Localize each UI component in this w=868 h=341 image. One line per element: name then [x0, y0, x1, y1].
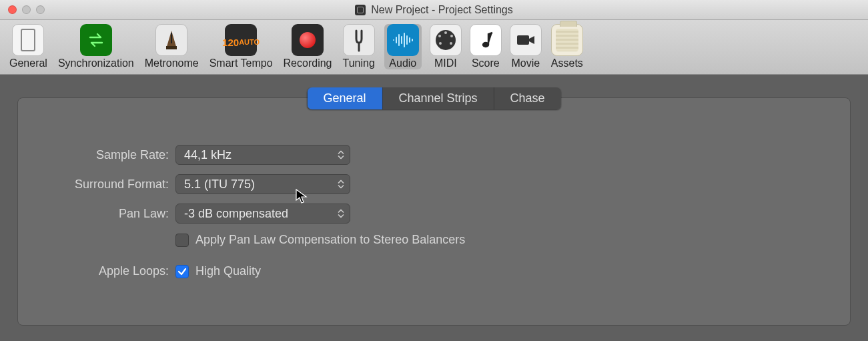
sample-rate-value: 44,1 kHz — [184, 148, 232, 162]
tab-chase[interactable]: Chase — [494, 87, 561, 109]
briefcase-icon — [551, 24, 583, 56]
segmented-tabs: General Channel Strips Chase — [307, 87, 560, 109]
apple-loops-label: Apple Loops: — [42, 264, 175, 278]
tempo-number: 120 — [222, 37, 239, 47]
toolbar-label: General — [8, 57, 49, 69]
toolbar-item-movie[interactable]: Movie — [510, 24, 542, 69]
minimize-window-button[interactable] — [22, 5, 31, 14]
switch-icon — [12, 24, 44, 56]
tempo-auto: AUTO — [239, 39, 260, 46]
toolbar: General Synchronization Metronome 120 AU… — [0, 20, 868, 75]
toolbar-item-recording[interactable]: Recording — [282, 24, 334, 69]
midi-port-icon — [430, 24, 462, 56]
toolbar-label: MIDI — [433, 57, 458, 69]
pan-law-compensation-label: Apply Pan Law Compensation to Stereo Bal… — [195, 233, 465, 247]
pan-law-label: Pan Law: — [42, 207, 175, 221]
window-title-text: New Project - Project Settings — [371, 4, 513, 16]
sample-rate-select[interactable]: 44,1 kHz — [175, 145, 350, 165]
surround-format-value: 5.1 (ITU 775) — [184, 178, 255, 192]
chevron-up-down-icon — [338, 180, 344, 189]
row-pan-law-compensation: Apply Pan Law Compensation to Stereo Bal… — [42, 233, 826, 247]
svg-rect-15 — [517, 35, 529, 45]
close-window-button[interactable] — [8, 5, 17, 14]
toolbar-label: Tuning — [341, 57, 376, 69]
maximize-window-button[interactable] — [36, 5, 45, 14]
svg-point-14 — [450, 42, 452, 45]
toolbar-item-audio[interactable]: Audio — [384, 24, 422, 69]
svg-point-13 — [439, 42, 442, 45]
window-controls — [8, 5, 45, 14]
metronome-icon — [155, 24, 187, 56]
row-apple-loops: Apple Loops: High Quality — [42, 264, 826, 278]
toolbar-label: Audio — [388, 57, 418, 69]
toolbar-label: Synchronization — [57, 57, 135, 69]
surround-format-label: Surround Format: — [42, 178, 175, 192]
svg-point-11 — [438, 35, 441, 37]
music-note-icon — [470, 24, 502, 56]
pan-law-value: -3 dB compensated — [184, 207, 288, 221]
tuning-fork-icon — [343, 24, 375, 56]
check-icon — [177, 267, 187, 276]
toolbar-item-general[interactable]: General — [8, 24, 49, 69]
svg-point-12 — [450, 35, 453, 37]
toolbar-label: Assets — [550, 57, 584, 69]
pan-law-compensation-checkbox[interactable] — [175, 234, 189, 247]
toolbar-label: Smart Tempo — [208, 57, 274, 69]
waveform-icon — [387, 24, 419, 56]
toolbar-item-score[interactable]: Score — [470, 24, 502, 69]
sample-rate-label: Sample Rate: — [42, 148, 175, 162]
tempo-icon: 120 AUTO — [225, 24, 257, 56]
sync-arrows-icon — [80, 24, 112, 56]
content-area: General Channel Strips Chase Sample Rate… — [0, 75, 868, 341]
apple-loops-checkbox[interactable] — [175, 265, 189, 278]
camera-icon — [510, 24, 542, 56]
row-sample-rate: Sample Rate: 44,1 kHz — [42, 145, 826, 165]
pan-law-select[interactable]: -3 dB compensated — [175, 204, 350, 224]
app-icon — [355, 5, 366, 15]
row-pan-law: Pan Law: -3 dB compensated — [42, 204, 826, 224]
toolbar-label: Movie — [510, 57, 541, 69]
surround-format-select[interactable]: 5.1 (ITU 775) — [175, 174, 350, 194]
row-surround-format: Surround Format: 5.1 (ITU 775) — [42, 174, 826, 194]
toolbar-item-synchronization[interactable]: Synchronization — [57, 24, 135, 69]
settings-panel: General Channel Strips Chase Sample Rate… — [17, 97, 851, 326]
titlebar: New Project - Project Settings — [0, 0, 868, 20]
record-icon — [292, 24, 324, 56]
window-title: New Project - Project Settings — [355, 4, 513, 16]
toolbar-item-midi[interactable]: MIDI — [430, 24, 462, 69]
toolbar-item-smart-tempo[interactable]: 120 AUTO Smart Tempo — [208, 24, 274, 69]
toolbar-item-tuning[interactable]: Tuning — [341, 24, 376, 69]
tab-channel-strips[interactable]: Channel Strips — [382, 87, 494, 109]
apple-loops-option-label: High Quality — [195, 264, 261, 278]
toolbar-label: Recording — [282, 57, 334, 69]
toolbar-item-metronome[interactable]: Metronome — [143, 24, 200, 69]
toolbar-label: Metronome — [143, 57, 200, 69]
svg-point-10 — [444, 31, 447, 34]
svg-rect-0 — [166, 46, 177, 49]
chevron-up-down-icon — [338, 151, 344, 159]
chevron-up-down-icon — [338, 210, 344, 218]
toolbar-item-assets[interactable]: Assets — [550, 24, 584, 69]
tab-general[interactable]: General — [307, 87, 382, 109]
toolbar-label: Score — [470, 57, 501, 69]
